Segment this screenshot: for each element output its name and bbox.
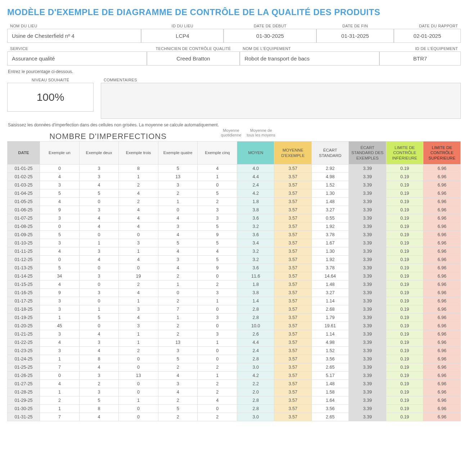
- cell-sample[interactable]: 0: [198, 355, 237, 363]
- start-date-field[interactable]: 01-30-2025: [224, 29, 316, 43]
- cell-sample[interactable]: 5: [40, 231, 80, 239]
- cell-sample[interactable]: 8: [79, 355, 119, 363]
- cell-sample[interactable]: 1: [40, 405, 80, 413]
- cell-sample[interactable]: 5: [198, 223, 237, 231]
- cell-sample[interactable]: 9: [40, 206, 80, 214]
- cell-sample[interactable]: 3: [158, 380, 198, 388]
- cell-sample[interactable]: 0: [119, 231, 158, 239]
- cell-sample[interactable]: 2: [119, 347, 158, 355]
- cell-sample[interactable]: 3: [158, 181, 198, 189]
- cell-sample[interactable]: 1: [158, 198, 198, 206]
- cell-sample[interactable]: 3: [79, 272, 119, 280]
- cell-sample[interactable]: 13: [119, 372, 158, 380]
- cell-sample[interactable]: 4: [79, 256, 119, 264]
- cell-sample[interactable]: 3: [158, 223, 198, 231]
- cell-sample[interactable]: 4: [40, 247, 80, 256]
- cell-sample[interactable]: 2: [158, 413, 198, 421]
- cell-sample[interactable]: 4: [158, 264, 198, 272]
- cell-sample[interactable]: 7: [40, 413, 80, 421]
- cell-sample[interactable]: 7: [158, 305, 198, 314]
- cell-sample[interactable]: 5: [40, 264, 80, 272]
- cell-sample[interactable]: 4: [198, 396, 237, 405]
- cell-sample[interactable]: 0: [79, 297, 119, 305]
- cell-sample[interactable]: 3: [198, 206, 237, 214]
- cell-sample[interactable]: 4: [119, 223, 158, 231]
- cell-sample[interactable]: 3: [79, 206, 119, 214]
- cell-sample[interactable]: 4: [40, 173, 80, 181]
- cell-sample[interactable]: 13: [158, 338, 198, 347]
- cell-sample[interactable]: 4: [158, 214, 198, 223]
- cell-sample[interactable]: 2: [158, 189, 198, 198]
- cell-sample[interactable]: 19: [119, 272, 158, 280]
- technician-field[interactable]: Creed Bratton: [147, 51, 240, 66]
- cell-sample[interactable]: 5: [79, 396, 119, 405]
- cell-sample[interactable]: 0: [158, 206, 198, 214]
- cell-sample[interactable]: 4: [79, 223, 119, 231]
- cell-sample[interactable]: 2: [119, 198, 158, 206]
- cell-sample[interactable]: 0: [79, 264, 119, 272]
- desired-level-field[interactable]: 100%: [7, 83, 94, 112]
- cell-sample[interactable]: 2: [158, 322, 198, 330]
- cell-sample[interactable]: 4: [119, 314, 158, 322]
- cell-sample[interactable]: 2: [119, 280, 158, 289]
- cell-sample[interactable]: 4: [79, 363, 119, 372]
- cell-sample[interactable]: 3: [79, 247, 119, 256]
- cell-sample[interactable]: 1: [198, 372, 237, 380]
- cell-sample[interactable]: 1: [119, 173, 158, 181]
- end-date-field[interactable]: 01-31-2025: [316, 29, 394, 43]
- cell-sample[interactable]: 0: [79, 198, 119, 206]
- cell-sample[interactable]: 3: [119, 305, 158, 314]
- location-name-field[interactable]: Usine de Chesterfield nº 4: [7, 29, 141, 43]
- cell-sample[interactable]: 4: [40, 198, 80, 206]
- cell-sample[interactable]: 4: [40, 280, 80, 289]
- cell-sample[interactable]: 9: [40, 289, 80, 297]
- cell-sample[interactable]: 5: [158, 165, 198, 173]
- cell-sample[interactable]: 0: [40, 165, 80, 173]
- comments-field[interactable]: [101, 83, 461, 119]
- cell-sample[interactable]: 1: [40, 314, 80, 322]
- cell-sample[interactable]: 2: [158, 272, 198, 280]
- cell-sample[interactable]: 4: [79, 214, 119, 223]
- cell-sample[interactable]: 2: [198, 388, 237, 396]
- cell-sample[interactable]: 2: [119, 181, 158, 189]
- cell-sample[interactable]: 5: [158, 405, 198, 413]
- cell-sample[interactable]: 1: [119, 247, 158, 256]
- cell-sample[interactable]: 2: [198, 280, 237, 289]
- cell-sample[interactable]: 4: [40, 338, 80, 347]
- cell-sample[interactable]: 0: [79, 322, 119, 330]
- cell-sample[interactable]: 4: [40, 380, 80, 388]
- cell-sample[interactable]: 3: [119, 322, 158, 330]
- cell-sample[interactable]: 0: [40, 223, 80, 231]
- cell-sample[interactable]: 1: [119, 297, 158, 305]
- cell-sample[interactable]: 3: [198, 214, 237, 223]
- cell-sample[interactable]: 3: [40, 330, 80, 338]
- equipment-name-field[interactable]: Robot de transport de bacs: [240, 51, 379, 66]
- cell-sample[interactable]: 0: [119, 388, 158, 396]
- cell-sample[interactable]: 2: [198, 198, 237, 206]
- cell-sample[interactable]: 3: [79, 165, 119, 173]
- cell-sample[interactable]: 1: [198, 173, 237, 181]
- cell-sample[interactable]: 2: [198, 363, 237, 372]
- cell-sample[interactable]: 0: [119, 405, 158, 413]
- cell-sample[interactable]: 3: [158, 256, 198, 264]
- cell-sample[interactable]: 1: [158, 314, 198, 322]
- cell-sample[interactable]: 4: [158, 231, 198, 239]
- cell-sample[interactable]: 0: [198, 405, 237, 413]
- cell-sample[interactable]: 3: [198, 330, 237, 338]
- cell-sample[interactable]: 2: [158, 297, 198, 305]
- cell-sample[interactable]: 2: [158, 330, 198, 338]
- service-field[interactable]: Assurance qualité: [7, 51, 147, 66]
- cell-sample[interactable]: 1: [40, 388, 80, 396]
- cell-sample[interactable]: 5: [198, 256, 237, 264]
- cell-sample[interactable]: 1: [198, 297, 237, 305]
- cell-sample[interactable]: 4: [119, 256, 158, 264]
- cell-sample[interactable]: 4: [119, 214, 158, 223]
- cell-sample[interactable]: 5: [198, 189, 237, 198]
- cell-sample[interactable]: 0: [158, 289, 198, 297]
- cell-sample[interactable]: 1: [119, 396, 158, 405]
- cell-sample[interactable]: 1: [119, 338, 158, 347]
- cell-sample[interactable]: 4: [158, 247, 198, 256]
- cell-sample[interactable]: 3: [79, 372, 119, 380]
- cell-sample[interactable]: 0: [119, 363, 158, 372]
- cell-sample[interactable]: 1: [119, 330, 158, 338]
